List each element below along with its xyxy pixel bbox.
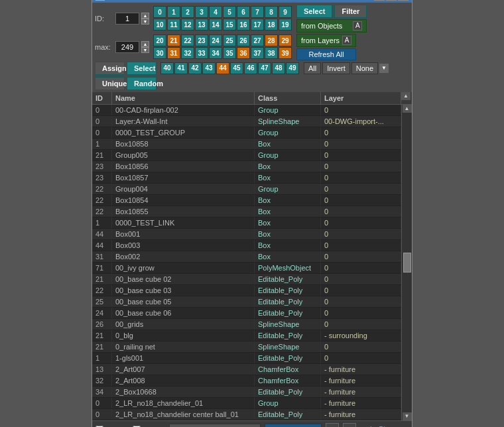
id-btn-28[interactable]: 28: [265, 34, 278, 46]
id-btn-34[interactable]: 34: [209, 47, 222, 59]
all-button[interactable]: All: [304, 62, 321, 74]
table-row[interactable]: 22 Box10854 Box 0: [92, 195, 401, 206]
table-row[interactable]: 22 Box10855 Box 0: [92, 206, 401, 217]
id-btn-12[interactable]: 12: [181, 19, 194, 30]
id-btn-21[interactable]: 21: [167, 34, 180, 46]
a-sort-button[interactable]: A: [326, 423, 339, 428]
table-row[interactable]: 0 2_LR_no18_chandelier center ball_01 Ed…: [92, 409, 401, 420]
table-row[interactable]: 1 1-gls001 Editable_Poly 0: [92, 353, 401, 364]
assign-button[interactable]: Assign: [95, 62, 125, 75]
table-row[interactable]: 21 0_railing net SplineShape 0: [92, 341, 401, 353]
id-btn-41[interactable]: 41: [174, 62, 188, 74]
table-row[interactable]: 32 2_Art008 ChamferBox - furniture: [92, 375, 401, 387]
vscroll-thumb[interactable]: [403, 253, 411, 273]
table-row[interactable]: 1 Box10858 Box 0: [92, 139, 401, 150]
id-btn-42[interactable]: 42: [188, 62, 202, 74]
select-button-2[interactable]: Select: [127, 62, 157, 75]
id-btn-40[interactable]: 40: [160, 62, 174, 74]
max-input[interactable]: [115, 41, 139, 53]
id-btn-20[interactable]: 20: [153, 34, 166, 46]
id-btn-45[interactable]: 45: [230, 62, 243, 74]
table-row[interactable]: 0 2_LR_no18_chandelier_01 Group - furnit…: [92, 398, 401, 409]
table-row[interactable]: 26 00_grids SplineShape 0: [92, 319, 401, 330]
table-row[interactable]: 22 00_base cube 03 Editable_Poly 0: [92, 285, 401, 296]
table-row[interactable]: 22 Group004 Group 0: [92, 184, 401, 195]
id-btn-18[interactable]: 18: [265, 19, 278, 30]
table-row[interactable]: 0 Layer:A-Wall-Int SplineShape 00-DWG-im…: [92, 116, 401, 127]
id-btn-3[interactable]: 3: [195, 6, 208, 18]
id-btn-24[interactable]: 24: [209, 34, 222, 46]
id-btn-46[interactable]: 46: [244, 62, 257, 74]
id-btn-6[interactable]: 6: [237, 6, 250, 18]
id-down-arrow[interactable]: ▼: [141, 19, 149, 25]
id-btn-44[interactable]: 44: [216, 62, 229, 74]
id-btn-35[interactable]: 35: [223, 47, 236, 59]
table-row[interactable]: 13 2_Art007 ChamferBox - furniture: [92, 364, 401, 375]
maximize-button[interactable]: □: [386, 0, 397, 1]
table-row[interactable]: 31 Box002 Box 0: [92, 251, 401, 263]
refresh-all-button[interactable]: Refresh All: [296, 48, 356, 60]
id-btn-1[interactable]: 1: [167, 6, 180, 18]
id-btn-29[interactable]: 29: [279, 34, 292, 46]
table-row[interactable]: 23 Box10857 Box 0: [92, 172, 401, 184]
id-btn-27[interactable]: 27: [251, 34, 264, 46]
close-button[interactable]: ✕: [398, 0, 409, 1]
id-btn-48[interactable]: 48: [272, 62, 285, 74]
filter-button[interactable]: Filter: [334, 5, 367, 18]
id-btn-16[interactable]: 16: [237, 19, 250, 30]
id-btn-39[interactable]: 39: [279, 47, 292, 59]
max-down-arrow[interactable]: ▼: [141, 47, 149, 53]
id-btn-32[interactable]: 32: [181, 47, 194, 59]
id-btn-14[interactable]: 14: [209, 19, 222, 30]
table-row[interactable]: 0 00-CAD-firplan-002 Group 0: [92, 105, 401, 116]
table-row[interactable]: 21 00_base cube 02 Editable_Poly 0: [92, 274, 401, 285]
from-layers-button[interactable]: from Layers A: [296, 34, 356, 47]
id-btn-36[interactable]: 36: [237, 47, 250, 59]
table-row[interactable]: 23 Box10856 Box 0: [92, 161, 401, 172]
random-button[interactable]: Random: [127, 77, 157, 90]
table-row[interactable]: 34 2_Box10668 Editable_Poly - furniture: [92, 387, 401, 398]
id-btn-33[interactable]: 33: [195, 47, 208, 59]
id-btn-4[interactable]: 4: [209, 6, 222, 18]
id-btn-37[interactable]: 37: [251, 47, 264, 59]
id-btn-13[interactable]: 13: [195, 19, 208, 30]
table-scroll-up[interactable]: ▲: [401, 92, 410, 100]
z-sort-button[interactable]: Z: [343, 423, 356, 428]
id-btn-23[interactable]: 23: [195, 34, 208, 46]
id-input[interactable]: [115, 13, 139, 25]
scroll-down-arrow[interactable]: ▼: [379, 64, 389, 73]
id-btn-38[interactable]: 38: [265, 47, 278, 59]
id-btn-8[interactable]: 8: [265, 6, 278, 18]
id-btn-11[interactable]: 11: [167, 19, 180, 30]
id-btn-25[interactable]: 25: [223, 34, 236, 46]
minimize-button[interactable]: _: [374, 0, 385, 1]
id-up-arrow[interactable]: ▲: [141, 13, 149, 19]
id-btn-2[interactable]: 2: [181, 6, 194, 18]
add-render-button[interactable]: Add to Render Elements: [169, 424, 261, 428]
id-btn-49[interactable]: 49: [286, 62, 299, 74]
select-button[interactable]: Select: [296, 5, 332, 18]
unique-button[interactable]: Unique: [95, 77, 125, 90]
id-btn-17[interactable]: 17: [251, 19, 264, 30]
id-btn-10[interactable]: 10: [153, 19, 166, 30]
id-btn-19[interactable]: 19: [279, 19, 292, 30]
vscroll-down[interactable]: ▼: [403, 412, 412, 420]
id-btn-9[interactable]: 9: [279, 6, 292, 18]
table-row[interactable]: 21 Group005 Group 0: [92, 150, 401, 161]
id-btn-31[interactable]: 31: [167, 47, 180, 59]
vscroll-up[interactable]: ▲: [403, 105, 412, 113]
table-row[interactable]: 24 00_base cube 06 Editable_Poly 0: [92, 308, 401, 319]
id-btn-30[interactable]: 30: [153, 47, 166, 59]
max-up-arrow[interactable]: ▲: [141, 41, 149, 47]
id-btn-0[interactable]: 0: [153, 6, 166, 18]
id-btn-43[interactable]: 43: [202, 62, 216, 74]
id-btn-7[interactable]: 7: [251, 6, 264, 18]
id-btn-26[interactable]: 26: [237, 34, 250, 46]
table-row[interactable]: 21 0_blg Editable_Poly - surrounding: [92, 330, 401, 341]
id-btn-22[interactable]: 22: [181, 34, 194, 46]
id-btn-5[interactable]: 5: [223, 6, 236, 18]
select-objects-button[interactable]: Select objects: [265, 424, 322, 428]
table-row[interactable]: 1 0000_TEST_LINK Box 0: [92, 217, 401, 229]
invert-button[interactable]: Invert: [322, 62, 350, 74]
table-row[interactable]: 0 0000_TEST_GROUP Group 0: [92, 127, 401, 139]
